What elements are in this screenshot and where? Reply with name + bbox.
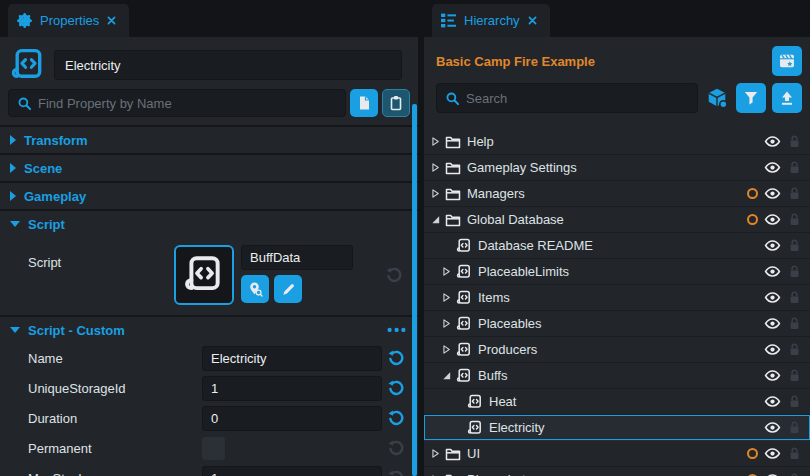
lock-icon[interactable] bbox=[787, 316, 802, 331]
section-gameplay[interactable]: Gameplay bbox=[0, 181, 418, 209]
hierarchy-search-box[interactable] bbox=[436, 83, 698, 113]
tree-row-database-readme[interactable]: Database README bbox=[424, 233, 810, 259]
expand-arrow-icon[interactable] bbox=[441, 266, 456, 277]
tree-row-managers[interactable]: Managers bbox=[424, 181, 810, 207]
lock-icon[interactable] bbox=[787, 368, 802, 383]
undo-icon[interactable] bbox=[388, 470, 404, 476]
section-script-custom[interactable]: Script - Custom ••• bbox=[0, 315, 418, 343]
close-icon[interactable] bbox=[106, 15, 117, 26]
copy-properties-button[interactable] bbox=[350, 89, 378, 117]
expand-arrow-icon[interactable] bbox=[430, 214, 445, 225]
lock-icon[interactable] bbox=[787, 394, 802, 409]
eye-visibility-icon[interactable] bbox=[764, 237, 781, 254]
undo-icon[interactable] bbox=[388, 410, 404, 426]
input-duration[interactable] bbox=[202, 406, 382, 431]
lock-icon[interactable] bbox=[787, 342, 802, 357]
copy-document-icon bbox=[356, 95, 372, 111]
tree-row-producers[interactable]: Producers bbox=[424, 337, 810, 363]
property-search-box[interactable] bbox=[8, 89, 346, 117]
input-uniquestorageid[interactable] bbox=[202, 376, 382, 401]
eye-visibility-icon[interactable] bbox=[764, 419, 781, 436]
properties-scrollbar[interactable] bbox=[412, 104, 417, 476]
eye-visibility-icon[interactable] bbox=[764, 367, 781, 384]
tree-row-buffs[interactable]: Buffs bbox=[424, 363, 810, 389]
lock-icon[interactable] bbox=[787, 264, 802, 279]
eye-visibility-icon[interactable] bbox=[764, 211, 781, 228]
lock-icon[interactable] bbox=[787, 186, 802, 201]
lock-icon[interactable] bbox=[787, 160, 802, 175]
eye-visibility-icon[interactable] bbox=[764, 471, 781, 476]
tree-row-placeablelimits[interactable]: PlaceableLimits bbox=[424, 259, 810, 285]
property-search-input[interactable] bbox=[38, 96, 337, 111]
expand-arrow-icon[interactable] bbox=[441, 318, 456, 329]
lock-icon[interactable] bbox=[787, 446, 802, 461]
property-label: Duration bbox=[28, 411, 202, 426]
lock-icon[interactable] bbox=[787, 134, 802, 149]
paste-properties-button[interactable] bbox=[382, 89, 410, 117]
tree-row-ui[interactable]: UI bbox=[424, 441, 810, 467]
eye-visibility-icon[interactable] bbox=[764, 159, 781, 176]
section-gameplay-label: Gameplay bbox=[24, 189, 86, 204]
script-asset-slot[interactable] bbox=[174, 245, 234, 305]
publish-button[interactable] bbox=[772, 83, 802, 113]
tree-row-electricity[interactable]: Electricity bbox=[424, 415, 810, 441]
expand-arrow-icon[interactable] bbox=[430, 448, 445, 459]
expand-arrow-icon[interactable] bbox=[430, 136, 445, 147]
eye-visibility-icon[interactable] bbox=[764, 263, 781, 280]
eye-visibility-icon[interactable] bbox=[764, 341, 781, 358]
script-asset-name-input[interactable] bbox=[241, 245, 353, 270]
lock-icon[interactable] bbox=[787, 212, 802, 227]
section-scene[interactable]: Scene bbox=[0, 153, 418, 181]
ellipsis-menu-icon[interactable]: ••• bbox=[387, 322, 408, 338]
lock-icon[interactable] bbox=[787, 420, 802, 435]
tree-row-heat[interactable]: Heat bbox=[424, 389, 810, 415]
tab-properties[interactable]: Properties bbox=[8, 4, 129, 37]
tree-row-help[interactable]: Help bbox=[424, 129, 810, 155]
cube-icon[interactable] bbox=[706, 87, 728, 109]
section-transform[interactable]: Transform bbox=[0, 125, 418, 153]
expand-arrow-icon[interactable] bbox=[441, 292, 456, 303]
edit-script-button[interactable] bbox=[274, 275, 302, 303]
tree-row-global-database[interactable]: Global Database bbox=[424, 207, 810, 233]
checkbox-permanent[interactable] bbox=[202, 437, 225, 460]
script-asset-row: Script bbox=[0, 237, 418, 315]
undo-icon[interactable] bbox=[388, 380, 404, 396]
close-icon[interactable] bbox=[527, 15, 538, 26]
expand-arrow-icon[interactable] bbox=[430, 162, 445, 173]
object-name-input[interactable] bbox=[54, 50, 402, 80]
undo-icon[interactable] bbox=[388, 350, 404, 366]
eye-visibility-icon[interactable] bbox=[764, 393, 781, 410]
tree-row-label: Heat bbox=[489, 394, 516, 409]
lock-icon[interactable] bbox=[787, 238, 802, 253]
expand-arrow-icon[interactable] bbox=[430, 188, 445, 199]
tab-hierarchy[interactable]: Hierarchy bbox=[432, 4, 550, 37]
scene-events-button[interactable] bbox=[772, 46, 802, 76]
input-maxstacks[interactable] bbox=[202, 466, 382, 476]
tree-row-gameplay-settings[interactable]: Gameplay Settings bbox=[424, 155, 810, 181]
script-icon bbox=[467, 394, 487, 410]
eye-visibility-icon[interactable] bbox=[764, 133, 781, 150]
lock-icon[interactable] bbox=[787, 472, 802, 476]
scene-title: Basic Camp Fire Example bbox=[436, 54, 595, 69]
eye-visibility-icon[interactable] bbox=[764, 185, 781, 202]
lock-icon[interactable] bbox=[787, 290, 802, 305]
input-name[interactable] bbox=[202, 346, 382, 371]
tree-row-placeables[interactable]: Placeables bbox=[424, 311, 810, 337]
find-asset-button[interactable] bbox=[241, 275, 269, 303]
folder-icon bbox=[445, 446, 465, 462]
eye-visibility-icon[interactable] bbox=[764, 315, 781, 332]
expand-arrow-icon[interactable] bbox=[441, 344, 456, 355]
tree-row-items[interactable]: Items bbox=[424, 285, 810, 311]
script-icon bbox=[456, 290, 476, 306]
gear-icon bbox=[16, 12, 33, 29]
tree-row-player-lot[interactable]: Player Lot bbox=[424, 467, 810, 476]
eye-visibility-icon[interactable] bbox=[764, 445, 781, 462]
find-asset-icon bbox=[247, 281, 263, 297]
undo-icon[interactable] bbox=[388, 440, 404, 456]
hierarchy-search-input[interactable] bbox=[466, 91, 689, 106]
expand-arrow-icon[interactable] bbox=[441, 370, 456, 381]
eye-visibility-icon[interactable] bbox=[764, 289, 781, 306]
filter-button[interactable] bbox=[736, 83, 766, 113]
section-script[interactable]: Script bbox=[0, 209, 418, 237]
tree-row-label: Player Lot bbox=[467, 472, 526, 476]
